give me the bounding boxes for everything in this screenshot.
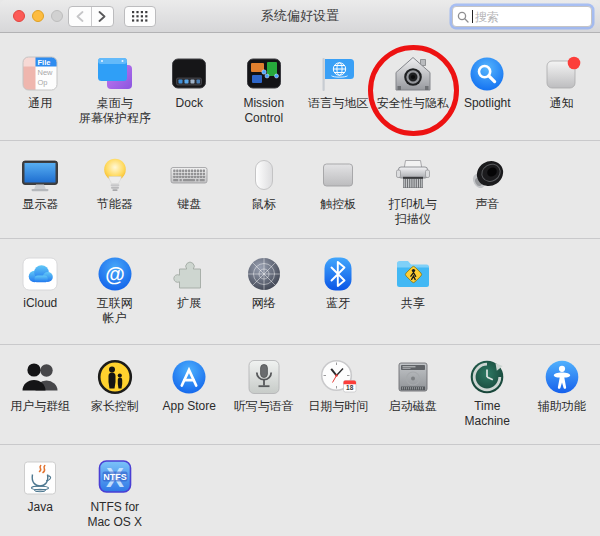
java-icon xyxy=(19,458,61,498)
pref-item-sharing[interactable]: 共享 xyxy=(376,254,451,344)
pref-item-label: 扩展 xyxy=(177,296,201,311)
window-controls xyxy=(13,10,63,22)
appstore-icon xyxy=(168,357,210,397)
pref-item-keyboard[interactable]: 键盘 xyxy=(152,155,227,238)
trackpad-icon xyxy=(317,155,359,195)
svg-text:Op: Op xyxy=(38,78,48,87)
pref-item-desktop-screensaver[interactable]: 桌面与 屏幕保护程序 xyxy=(78,54,153,140)
pref-item-notifications[interactable]: 通知 xyxy=(525,54,600,140)
svg-text:File: File xyxy=(38,58,51,67)
pref-item-label: 触控板 xyxy=(320,197,356,212)
pref-item-label: 互联网 帐户 xyxy=(97,296,133,326)
pref-item-label: 打印机与 扫描仪 xyxy=(389,197,437,227)
system-preferences-window: 系统偏好设置 File New Op 通用 桌面与 屏幕保护程序 Dock Mi… xyxy=(0,0,600,536)
pref-item-startup-disk[interactable]: 启动磁盘 xyxy=(376,357,451,444)
pref-item-label: 显示器 xyxy=(22,197,58,212)
printer-icon xyxy=(392,155,434,195)
back-button xyxy=(69,7,92,26)
pref-item-label: 鼠标 xyxy=(252,197,276,212)
pref-item-displays[interactable]: 显示器 xyxy=(3,155,78,238)
pref-row-hardware: 显示器 节能器 键盘 鼠标 触控板 打印机与 扫描仪 声音 xyxy=(0,140,600,238)
pref-item-label: 键盘 xyxy=(177,197,201,212)
pref-item-language-region[interactable]: 语言与地区 xyxy=(301,54,376,140)
ntfs-icon: X NTFS xyxy=(94,458,136,498)
pref-item-users-groups[interactable]: 用户与群组 xyxy=(3,357,78,444)
close-button[interactable] xyxy=(13,10,25,22)
users-icon xyxy=(19,357,61,397)
pref-item-accessibility[interactable]: 辅助功能 xyxy=(525,357,600,444)
pref-item-dock[interactable]: Dock xyxy=(152,54,227,140)
pref-item-trackpad[interactable]: 触控板 xyxy=(301,155,376,238)
pref-item-dictation-speech[interactable]: 听写与语音 xyxy=(227,357,302,444)
show-all-button[interactable] xyxy=(124,6,156,27)
pref-item-label: 通用 xyxy=(28,96,52,111)
timemachine-icon xyxy=(466,357,508,397)
pref-item-label: Time Machine xyxy=(450,399,525,429)
pref-item-energy-saver[interactable]: 节能器 xyxy=(78,155,153,238)
pref-item-label: 桌面与 屏幕保护程序 xyxy=(79,96,151,126)
icloud-icon xyxy=(19,254,61,294)
pref-row-internet-wireless: iCloud @互联网 帐户 扩展 网络 蓝牙 共享 xyxy=(0,238,600,344)
pref-item-internet-accounts[interactable]: @互联网 帐户 xyxy=(78,254,153,344)
pref-item-bluetooth[interactable]: 蓝牙 xyxy=(301,254,376,344)
forward-button[interactable] xyxy=(92,7,114,26)
pref-item-ntfs-for-mac[interactable]: X NTFSNTFS for Mac OS X xyxy=(78,458,153,536)
pref-item-sound[interactable]: 声音 xyxy=(450,155,525,238)
pref-item-label: 听写与语音 xyxy=(234,399,294,414)
spotlight-icon xyxy=(466,54,508,94)
pref-item-mission-control[interactable]: Mission Control xyxy=(227,54,302,140)
search-field[interactable] xyxy=(452,6,592,27)
pref-item-label: 启动磁盘 xyxy=(389,399,437,414)
svg-text:@: @ xyxy=(105,263,125,285)
pref-item-network[interactable]: 网络 xyxy=(227,254,302,344)
svg-text:NTFS: NTFS xyxy=(103,472,127,482)
notifications-icon xyxy=(541,54,583,94)
datetime-icon: 18 xyxy=(317,357,359,397)
energy-icon xyxy=(94,155,136,195)
mouse-icon xyxy=(243,155,285,195)
sound-icon xyxy=(466,155,508,195)
pref-row-system: 用户与群组 家长控制 App Store 听写与语音 18日期与时间 启动磁盘 … xyxy=(0,344,600,444)
chevron-left-icon xyxy=(76,11,84,22)
svg-text:New: New xyxy=(38,68,54,77)
pref-item-security-privacy[interactable]: 安全性与隐私 xyxy=(376,54,451,140)
extensions-icon xyxy=(168,254,210,294)
pref-item-label: iCloud xyxy=(23,296,57,311)
pref-item-label: 安全性与隐私 xyxy=(377,96,449,111)
pref-item-label: 用户与群组 xyxy=(10,399,70,414)
mission-icon xyxy=(243,54,285,94)
preference-grid: File New Op 通用 桌面与 屏幕保护程序 Dock Mission C… xyxy=(0,33,600,536)
pref-row-personal: File New Op 通用 桌面与 屏幕保护程序 Dock Mission C… xyxy=(0,33,600,140)
security-icon xyxy=(392,54,434,94)
startup-icon xyxy=(392,357,434,397)
pref-item-label: 通知 xyxy=(550,96,574,111)
pref-item-app-store[interactable]: App Store xyxy=(152,357,227,444)
sharing-icon xyxy=(392,254,434,294)
minimize-button[interactable] xyxy=(32,10,44,22)
dictation-icon xyxy=(243,357,285,397)
pref-item-java[interactable]: Java xyxy=(3,458,78,536)
internet-icon: @ xyxy=(94,254,136,294)
pref-item-label: Java xyxy=(28,500,53,515)
search-input[interactable] xyxy=(473,10,587,24)
pref-item-label: 蓝牙 xyxy=(326,296,350,311)
accessibility-icon xyxy=(541,357,583,397)
pref-item-extensions[interactable]: 扩展 xyxy=(152,254,227,344)
pref-item-mouse[interactable]: 鼠标 xyxy=(227,155,302,238)
pref-item-spotlight[interactable]: Spotlight xyxy=(450,54,525,140)
bluetooth-icon xyxy=(317,254,359,294)
pref-item-time-machine[interactable]: Time Machine xyxy=(450,357,525,444)
svg-text:18: 18 xyxy=(346,384,354,391)
pref-item-parental-controls[interactable]: 家长控制 xyxy=(78,357,153,444)
pref-item-printers-scanners[interactable]: 打印机与 扫描仪 xyxy=(376,155,451,238)
pref-item-date-time[interactable]: 18日期与时间 xyxy=(301,357,376,444)
general-icon: File New Op xyxy=(19,54,61,94)
desktop-icon xyxy=(94,54,136,94)
pref-item-label: Dock xyxy=(176,96,203,111)
pref-item-label: 语言与地区 xyxy=(308,96,368,111)
pref-item-label: 共享 xyxy=(401,296,425,311)
pref-item-icloud[interactable]: iCloud xyxy=(3,254,78,344)
pref-item-label: 日期与时间 xyxy=(308,399,368,414)
pref-item-label: NTFS for Mac OS X xyxy=(87,500,142,530)
pref-item-general[interactable]: File New Op 通用 xyxy=(3,54,78,140)
